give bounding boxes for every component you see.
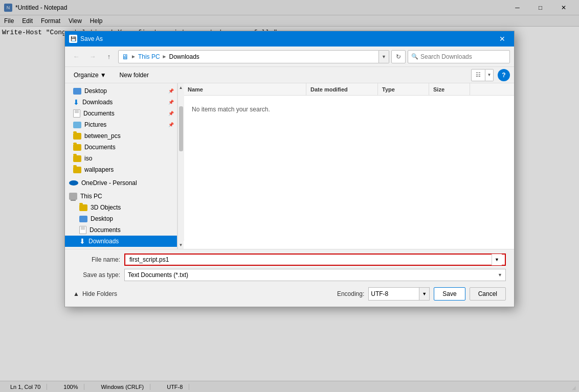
sidebar-item-iso[interactable]: iso <box>65 153 177 164</box>
between-pcs-label: between_pcs <box>84 132 121 140</box>
nav-forward-button[interactable]: → <box>85 50 100 64</box>
nav-up-button[interactable]: ↑ <box>102 50 116 64</box>
onedrive-icon <box>69 180 78 186</box>
documents-folder-label: Documents <box>84 144 116 151</box>
dialog-overlay: 💾 Save As ✕ ← → ↑ 🖥 ► This PC ► Download… <box>0 0 579 392</box>
search-input[interactable] <box>420 53 506 60</box>
save-as-dialog: 💾 Save As ✕ ← → ↑ 🖥 ► This PC ► Download… <box>64 31 515 307</box>
filename-field: File name: ▼ <box>73 253 506 266</box>
dialog-title-area: 💾 Save As <box>69 35 103 43</box>
view-mode-button[interactable]: ☷ <box>471 69 485 81</box>
scroll-thumb[interactable] <box>179 106 183 151</box>
dialog-body: Desktop 📌 ⬇ Downloads 📌 Documents 📌 <box>65 83 514 249</box>
thispc-label: This PC <box>80 193 102 200</box>
sidebar-item-wallpapers[interactable]: wallpapers <box>65 164 177 175</box>
search-icon: 🔍 <box>411 53 418 60</box>
breadcrumb-this-pc[interactable]: This PC <box>138 53 160 60</box>
filename-input[interactable] <box>128 256 492 263</box>
pictures-icon <box>73 122 81 128</box>
encoding-select[interactable]: UTF-8 <box>368 287 419 301</box>
breadcrumb-dropdown-button[interactable]: ▼ <box>379 50 389 63</box>
resize-handle[interactable]: ◢ <box>572 385 578 391</box>
filename-dropdown-button[interactable]: ▼ <box>492 254 502 265</box>
sidebar-item-documents-folder[interactable]: Documents <box>65 142 177 153</box>
wallpapers-label: wallpapers <box>84 166 114 173</box>
pin-icon-2: 📌 <box>168 100 174 105</box>
encoding-label: Encoding: <box>337 290 364 297</box>
column-size[interactable]: Size <box>429 83 470 95</box>
new-folder-label: New folder <box>120 72 149 79</box>
sidebar-item-between-pcs[interactable]: between_pcs <box>65 130 177 142</box>
new-folder-button[interactable]: New folder <box>115 69 153 81</box>
savetype-wrapper: Text Documents (*.txt) ▼ <box>124 269 506 281</box>
folder-icon-documents <box>73 144 81 151</box>
downloads-selected-label: Downloads <box>88 238 119 245</box>
nav-back-button[interactable]: ← <box>69 50 83 64</box>
dialog-sidebar: Desktop 📌 ⬇ Downloads 📌 Documents 📌 <box>65 83 177 249</box>
column-name[interactable]: Name <box>184 83 306 95</box>
sidebar-item-3dobjects[interactable]: 3D Objects <box>65 202 177 213</box>
sidebar-item-documents-pc[interactable]: Documents <box>65 224 177 236</box>
savetype-field: Save as type: Text Documents (*.txt) ▼ <box>73 269 506 281</box>
pin-icon-3: 📌 <box>168 111 174 116</box>
help-button[interactable]: ? <box>498 69 510 81</box>
sidebar-item-downloads-pinned[interactable]: ⬇ Downloads 📌 <box>65 97 177 108</box>
sidebar-pictures-label: Pictures <box>84 121 106 128</box>
savetype-chevron-icon: ▼ <box>498 272 502 278</box>
pin-icon-4: 📌 <box>168 122 174 127</box>
sidebar-documents-pinned-label: Documents <box>83 110 115 117</box>
dialog-nav-toolbar: ← → ↑ 🖥 ► This PC ► Downloads ▼ ↻ 🔍 <box>65 47 514 67</box>
dialog-title: Save As <box>80 35 103 42</box>
empty-message-text: No items match your search. <box>192 106 270 113</box>
desktop-icon-pc <box>79 216 87 222</box>
breadcrumb-arrow-icon: ► <box>131 54 136 59</box>
breadcrumb-folder-icon: 🖥 <box>122 53 129 61</box>
view-mode-dropdown-button[interactable]: ▼ <box>485 69 494 81</box>
scroll-up-button[interactable]: ▲ <box>178 83 184 91</box>
savetype-dropdown[interactable]: Text Documents (*.txt) ▼ <box>124 269 506 281</box>
sidebar-downloads-pinned-label: Downloads <box>82 99 113 106</box>
sidebar-item-downloads-selected[interactable]: ⬇ Downloads <box>65 236 177 247</box>
sidebar-container: Desktop 📌 ⬇ Downloads 📌 Documents 📌 <box>65 83 184 249</box>
column-type[interactable]: Type <box>378 83 429 95</box>
folder-icon-iso <box>73 155 81 162</box>
sidebar-item-pictures[interactable]: Pictures 📌 <box>65 119 177 130</box>
hide-folders-button[interactable]: ▲ Hide Folders <box>73 290 117 297</box>
thispc-icon <box>69 193 77 200</box>
doc-icon-pc <box>79 226 86 234</box>
pin-icon: 📌 <box>168 88 174 94</box>
filelist-empty-message: No items match your search. <box>184 96 514 249</box>
filename-label: File name: <box>73 256 124 263</box>
save-button[interactable]: Save <box>434 287 465 301</box>
refresh-button[interactable]: ↻ <box>391 50 406 63</box>
filelist-header: Name Date modified Type Size <box>184 83 514 96</box>
sidebar-scrollbar: ▲ ▼ <box>177 83 184 249</box>
organize-button[interactable]: Organize ▼ <box>69 69 111 81</box>
sidebar-onedrive[interactable]: OneDrive - Personal <box>65 177 177 189</box>
sidebar-item-desktop-pc[interactable]: Desktop <box>65 213 177 224</box>
sidebar-this-pc[interactable]: This PC <box>65 191 177 202</box>
sidebar-item-documents-pinned[interactable]: Documents 📌 <box>65 108 177 119</box>
hide-folders-label: Hide Folders <box>82 290 117 297</box>
3dobjects-label: 3D Objects <box>91 204 121 211</box>
encoding-dropdown-button[interactable]: ▼ <box>419 287 430 301</box>
desktop-pc-label: Desktop <box>91 215 113 222</box>
dialog-organize-toolbar: Organize ▼ New folder ☷ ▼ ? <box>65 67 514 83</box>
organize-chevron-icon: ▼ <box>100 72 106 79</box>
cancel-button[interactable]: Cancel <box>470 287 506 301</box>
dialog-icon: 💾 <box>69 35 77 43</box>
search-box: 🔍 <box>408 50 510 63</box>
breadcrumb-bar[interactable]: 🖥 ► This PC ► Downloads <box>118 50 379 63</box>
chevron-up-icon: ▲ <box>73 290 79 297</box>
savetype-value: Text Documents (*.txt) <box>128 271 188 279</box>
column-date-modified[interactable]: Date modified <box>306 83 378 95</box>
documents-icon <box>73 109 80 118</box>
dialog-bottom: File name: ▼ Save as type: Text Document… <box>65 249 514 307</box>
dialog-close-button[interactable]: ✕ <box>495 33 510 44</box>
sidebar-item-desktop[interactable]: Desktop 📌 <box>65 85 177 97</box>
view-controls: ☷ ▼ <box>471 69 494 81</box>
onedrive-label: OneDrive - Personal <box>81 179 137 187</box>
folder-icon-3dobjects <box>79 204 87 211</box>
documents-pc-label: Documents <box>90 226 121 234</box>
scroll-down-button[interactable]: ▼ <box>178 241 184 249</box>
